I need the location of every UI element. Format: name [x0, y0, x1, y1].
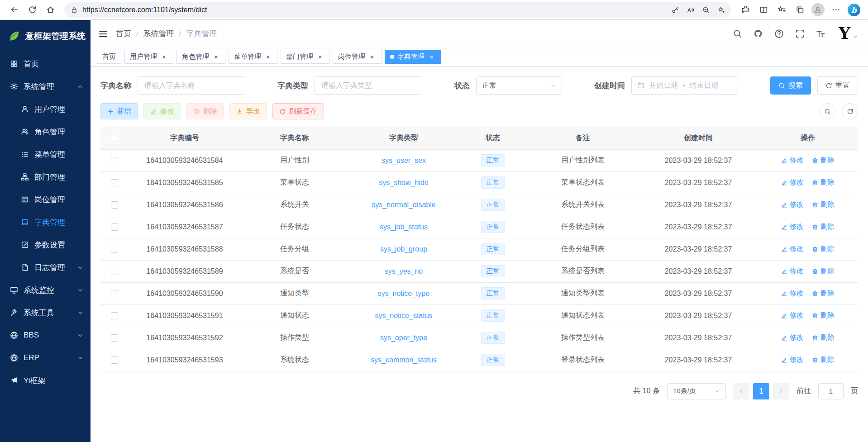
- row-edit-button[interactable]: 修改: [781, 156, 804, 165]
- sidebar-item-yiframe[interactable]: Yi框架: [0, 369, 91, 392]
- tab-home[interactable]: 首页: [97, 50, 121, 64]
- browser-refresh-button[interactable]: [24, 2, 41, 18]
- collections-icon[interactable]: [791, 2, 808, 18]
- user-avatar-menu[interactable]: Y: [839, 26, 858, 42]
- row-checkbox[interactable]: [111, 290, 118, 297]
- dict-name-input[interactable]: [138, 76, 245, 95]
- delete-button[interactable]: 删除: [186, 103, 224, 119]
- sidebar-item-erp[interactable]: ERP: [0, 347, 91, 369]
- export-button[interactable]: 导出: [229, 103, 267, 119]
- row-delete-button[interactable]: 删除: [812, 355, 835, 365]
- browser-home-button[interactable]: [42, 2, 59, 18]
- sidebar-item-user[interactable]: 用户管理: [0, 98, 91, 120]
- edit-button[interactable]: 修改: [143, 103, 181, 119]
- close-tab-icon[interactable]: ×: [160, 53, 168, 61]
- row-edit-button[interactable]: 修改: [781, 266, 804, 276]
- row-edit-button[interactable]: 修改: [781, 289, 804, 298]
- row-delete-button[interactable]: 删除: [812, 289, 835, 298]
- row-checkbox[interactable]: [111, 268, 118, 275]
- page-1-button[interactable]: 1: [753, 383, 769, 399]
- row-checkbox[interactable]: [111, 157, 118, 164]
- sidebar-item-tool[interactable]: 系统工具: [0, 301, 91, 324]
- row-edit-button[interactable]: 修改: [781, 178, 804, 187]
- sidebar-item-dept[interactable]: 部门管理: [0, 166, 91, 188]
- read-aloud-icon[interactable]: [683, 3, 698, 17]
- browser-back-button[interactable]: [5, 2, 23, 18]
- dict-type-link[interactable]: sys_user_sex: [382, 157, 426, 164]
- dict-type-input[interactable]: [315, 76, 422, 95]
- sidebar-item-role[interactable]: 角色管理: [0, 120, 91, 143]
- breadcrumb-item[interactable]: 首页: [116, 29, 131, 39]
- sidebar-item-system[interactable]: 系统管理: [0, 75, 91, 98]
- close-tab-icon[interactable]: ×: [368, 53, 376, 61]
- search-button[interactable]: 搜索: [770, 76, 811, 95]
- sidebar-item-monitor[interactable]: 系统监控: [0, 279, 91, 301]
- status-select[interactable]: 正常: [476, 76, 562, 95]
- sidebar-item-home[interactable]: 首页: [0, 52, 91, 75]
- dict-type-link[interactable]: sys_notice_status: [375, 312, 432, 319]
- row-delete-button[interactable]: 删除: [812, 178, 835, 187]
- add-favorite-star-icon[interactable]: [714, 3, 729, 17]
- dict-type-link[interactable]: sys_common_status: [371, 356, 437, 364]
- row-edit-button[interactable]: 修改: [781, 355, 804, 365]
- help-icon[interactable]: [770, 24, 788, 43]
- dict-type-link[interactable]: sys_job_status: [380, 223, 428, 231]
- select-all-checkbox[interactable]: [111, 135, 118, 142]
- add-button[interactable]: 新增: [100, 103, 138, 119]
- password-key-icon[interactable]: [668, 3, 682, 17]
- close-tab-icon[interactable]: ×: [316, 53, 324, 61]
- sidebar-item-menu[interactable]: 菜单管理: [0, 143, 91, 166]
- row-checkbox[interactable]: [111, 334, 118, 342]
- row-edit-button[interactable]: 修改: [781, 311, 804, 320]
- reset-button[interactable]: 重置: [817, 76, 858, 95]
- row-delete-button[interactable]: 删除: [812, 333, 835, 342]
- prev-page-button[interactable]: [733, 383, 749, 399]
- row-delete-button[interactable]: 删除: [812, 200, 835, 209]
- row-delete-button[interactable]: 删除: [812, 311, 835, 320]
- sidebar-collapse-button[interactable]: [91, 20, 116, 48]
- row-checkbox[interactable]: [111, 312, 118, 319]
- row-edit-button[interactable]: 修改: [781, 200, 804, 209]
- row-delete-button[interactable]: 删除: [812, 266, 835, 276]
- toggle-search-button[interactable]: [819, 103, 835, 119]
- row-checkbox[interactable]: [111, 201, 118, 209]
- header-search-icon[interactable]: [728, 24, 746, 43]
- dict-type-link[interactable]: sys_notice_type: [378, 290, 430, 297]
- sidebar-item-dict[interactable]: 字典管理: [0, 211, 91, 233]
- next-page-button[interactable]: [773, 383, 789, 399]
- tab-menu[interactable]: 菜单管理×: [229, 50, 277, 64]
- bing-chat-button[interactable]: b: [845, 2, 863, 18]
- row-delete-button[interactable]: 删除: [812, 244, 835, 254]
- date-range-picker[interactable]: 开始日期 - 结束日期: [631, 76, 738, 95]
- row-edit-button[interactable]: 修改: [781, 244, 804, 254]
- app-logo[interactable]: 意框架管理系统: [0, 20, 91, 52]
- profile-avatar[interactable]: [809, 2, 826, 18]
- tab-dict[interactable]: 字典管理×: [385, 50, 441, 64]
- sidebar-item-log[interactable]: 日志管理: [0, 256, 91, 279]
- split-screen-icon[interactable]: [755, 2, 772, 18]
- dict-type-link[interactable]: sys_job_group: [380, 245, 427, 253]
- tab-dept[interactable]: 部门管理×: [281, 50, 329, 64]
- tab-post[interactable]: 岗位管理×: [333, 50, 382, 64]
- row-delete-button[interactable]: 删除: [812, 222, 835, 232]
- row-edit-button[interactable]: 修改: [781, 333, 804, 342]
- address-bar[interactable]: https://ccnetcore.com:1101/system/dict: [64, 2, 731, 18]
- row-delete-button[interactable]: 删除: [812, 156, 835, 165]
- row-checkbox[interactable]: [111, 246, 118, 253]
- tab-role[interactable]: 角色管理×: [176, 50, 225, 64]
- github-icon[interactable]: [749, 24, 767, 43]
- row-checkbox[interactable]: [111, 223, 118, 231]
- tab-user[interactable]: 用户管理×: [124, 50, 173, 64]
- browser-menu-button[interactable]: [827, 2, 844, 18]
- close-tab-icon[interactable]: ×: [212, 53, 220, 61]
- zoom-out-icon[interactable]: [699, 3, 713, 17]
- favorites-icon[interactable]: [773, 2, 790, 18]
- font-size-icon[interactable]: [811, 24, 830, 43]
- close-tab-icon[interactable]: ×: [428, 53, 435, 61]
- refresh-table-button[interactable]: [842, 103, 858, 119]
- refresh-cache-button[interactable]: 刷新缓存: [272, 103, 324, 119]
- sidebar-item-config[interactable]: 参数设置: [0, 233, 91, 256]
- sidebar-item-bbs[interactable]: BBS: [0, 324, 91, 347]
- close-tab-icon[interactable]: ×: [264, 53, 272, 61]
- sidebar-item-post[interactable]: 岗位管理: [0, 188, 91, 211]
